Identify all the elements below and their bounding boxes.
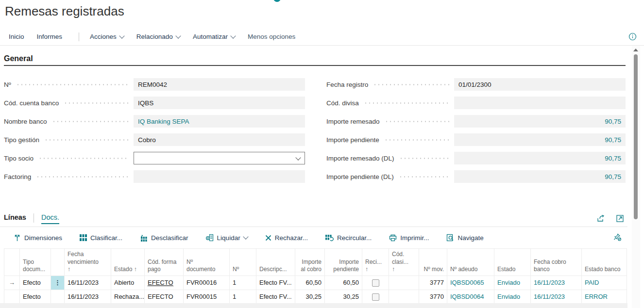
share-icon[interactable] <box>596 214 606 223</box>
table-row: → Efecto ⋮ 16/11/2023 Abierto EFECTO FVR… <box>4 276 627 290</box>
cell-importe-al-cobro[interactable]: 30,25 <box>295 290 325 304</box>
header-recibido[interactable]: Reci... ↑ <box>362 249 389 276</box>
header-importe-pendiente[interactable]: Importe pendiente <box>325 249 362 276</box>
field-no: Nº REM0042 <box>4 75 305 94</box>
no-input[interactable]: REM0042 <box>134 78 305 91</box>
field-cod-divisa: Cód. divisa <box>326 94 626 112</box>
lines-table: Tipo docum... Fecha vencimiento ↑ Estado… <box>4 248 627 304</box>
cell-cod-forma-pago[interactable]: EFECTO <box>145 290 184 304</box>
importe-remesado-dl-value[interactable]: 90,75 <box>454 152 626 164</box>
fecha-registro-input[interactable]: 01/01/2300 <box>454 78 626 91</box>
info-icon[interactable] <box>628 32 637 41</box>
scroll-up-arrow-icon[interactable] <box>633 49 638 51</box>
grid-icon <box>80 234 87 241</box>
cell-estado-envio[interactable]: Enviado <box>494 290 531 304</box>
header-importe-al-cobro[interactable]: Importe al cobro <box>295 249 325 276</box>
horizontal-scrollbar[interactable] <box>0 303 627 308</box>
general-section-heading[interactable]: General <box>4 54 33 63</box>
recibido-checkbox[interactable] <box>372 293 379 301</box>
menu-menos-opciones[interactable]: Menos opciones <box>248 33 295 40</box>
tab-lineas[interactable]: Líneas <box>4 213 26 224</box>
dotted-leader <box>399 158 449 159</box>
header-fecha-cobro-banco[interactable]: Fecha cobro banco <box>531 249 582 276</box>
chevron-down-icon <box>175 33 181 38</box>
recibido-checkbox[interactable] <box>372 279 379 287</box>
cell-no-adeudo-link[interactable]: IQBSD0064 <box>447 290 494 304</box>
cod-divisa-input[interactable] <box>454 97 626 109</box>
header-fecha-vencimiento[interactable]: Fecha vencimiento ↑ <box>65 249 111 276</box>
cell-no-documento[interactable]: FVR00015 <box>184 290 230 304</box>
desclasificar-button[interactable]: Desclasificar <box>140 234 188 242</box>
navigate-icon <box>446 234 454 242</box>
cod-cuenta-banco-input[interactable]: IQBS <box>134 97 305 109</box>
header-cod-forma-pago[interactable]: Cód. forma pago <box>145 249 184 276</box>
cell-descripcion[interactable]: Efecto FV... <box>256 276 295 290</box>
field-importe-pendiente: Importe pendiente 90,75 <box>326 130 626 149</box>
field-importe-remesado: Importe remesado 90,75 <box>326 112 626 130</box>
cell-estado[interactable]: Rechaza... <box>111 290 145 304</box>
cell-importe-al-cobro[interactable]: 60,50 <box>295 276 325 290</box>
recircular-button[interactable]: Recircular... <box>325 234 372 242</box>
cell-estado-envio[interactable]: Enviado <box>494 276 531 290</box>
liquidar-button[interactable]: Liquidar <box>206 234 248 242</box>
header-cod-clasificacion[interactable]: Cód. clasi... ↑ <box>389 249 419 276</box>
cell-estado[interactable]: Abierto <box>111 276 145 290</box>
cell-no-adeudo-link[interactable]: IQBSD0065 <box>447 276 494 290</box>
vertical-scrollbar[interactable] <box>632 46 640 308</box>
header-no-mov[interactable]: Nº mov. <box>419 249 447 276</box>
cell-cod-clasificacion[interactable] <box>389 290 419 304</box>
coins-document-icon <box>206 234 214 242</box>
tipo-gestion-input[interactable]: Cobro <box>134 133 305 146</box>
cell-fecha-vencimiento[interactable]: 16/11/2023 <box>65 276 111 290</box>
rechazar-button[interactable]: Rechazar... <box>265 234 308 242</box>
cell-fecha-cobro-banco[interactable]: 16/11/2023 <box>531 290 582 304</box>
menu-acciones[interactable]: Acciones <box>90 33 124 40</box>
menu-automatizar[interactable]: Automatizar <box>193 33 235 40</box>
cell-no-documento[interactable]: FVR00016 <box>184 276 230 290</box>
cell-tipo[interactable]: Efecto <box>20 290 51 304</box>
dimensiones-button[interactable]: Dimensiones <box>14 234 62 242</box>
cell-cod-clasificacion[interactable] <box>389 276 419 290</box>
menu-relacionado[interactable]: Relacionado <box>136 33 180 40</box>
tab-docs[interactable]: Docs. <box>41 213 59 224</box>
unpin-icon[interactable] <box>613 233 622 241</box>
header-estado[interactable]: Estado ↑ <box>111 249 145 276</box>
header-estado-envio[interactable]: Estado <box>494 249 531 276</box>
header-no[interactable]: Nº <box>230 249 256 276</box>
header-no-documento[interactable]: Nº documento <box>184 249 230 276</box>
cell-importe-pendiente[interactable]: 30,25 <box>325 290 362 304</box>
header-estado-banco[interactable]: Estado banco <box>582 249 627 276</box>
cell-no-mov[interactable]: 3770 <box>419 290 447 304</box>
header-tipo[interactable]: Tipo docum... <box>20 249 51 276</box>
cell-importe-pendiente[interactable]: 60,50 <box>325 276 362 290</box>
cell-tipo[interactable]: Efecto <box>20 276 51 290</box>
nombre-banco-link[interactable]: IQ Banking SEPA <box>134 115 305 128</box>
cell-no[interactable]: 1 <box>230 290 256 304</box>
importe-remesado-value[interactable]: 90,75 <box>454 115 626 128</box>
cell-no[interactable]: 1 <box>230 276 256 290</box>
menu-inicio[interactable]: Inicio <box>9 33 24 40</box>
tipo-socio-select[interactable] <box>134 152 305 164</box>
expand-icon[interactable] <box>616 214 624 223</box>
imprimir-button[interactable]: Imprimir... <box>389 234 429 242</box>
general-left-column: Nº REM0042 Cód. cuenta banco IQBS Nombre… <box>4 75 305 186</box>
cell-no-mov[interactable]: 3777 <box>419 276 447 290</box>
cell-estado-banco[interactable]: PAID <box>582 276 627 290</box>
importe-pendiente-dl-value[interactable]: 90,75 <box>454 170 626 183</box>
dotted-leader <box>36 176 129 178</box>
cell-cod-forma-pago[interactable]: EFECTO <box>145 276 184 290</box>
cell-fecha-cobro-banco[interactable]: 16/11/2023 <box>531 276 582 290</box>
header-no-adeudo[interactable]: Nº adeudo <box>447 249 494 276</box>
chevron-down-icon <box>243 234 248 239</box>
clasificar-button[interactable]: Clasificar... <box>80 234 122 242</box>
cell-estado-banco[interactable]: ERROR <box>582 290 627 304</box>
header-descripcion[interactable]: Descripc... <box>256 249 295 276</box>
header-row-menu <box>51 249 65 276</box>
cell-descripcion[interactable]: Efecto FV... <box>256 290 295 304</box>
cell-fecha-vencimiento[interactable]: 16/11/2023 <box>65 290 111 304</box>
importe-pendiente-value[interactable]: 90,75 <box>454 133 626 146</box>
menu-informes[interactable]: Informes <box>37 33 63 40</box>
row-options-button[interactable]: ⋮ <box>51 276 65 290</box>
scrollbar-thumb[interactable] <box>634 54 638 219</box>
navigate-button[interactable]: Navigate <box>446 234 483 242</box>
